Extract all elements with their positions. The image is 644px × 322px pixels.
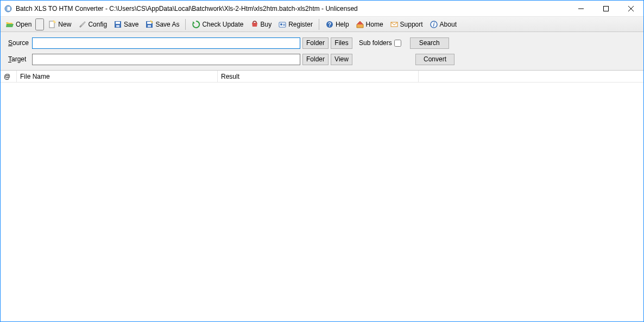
grid-body[interactable] bbox=[1, 83, 643, 321]
open-dropdown[interactable] bbox=[35, 18, 44, 30]
buy-icon bbox=[250, 20, 259, 29]
grid-header: @ File Name Result bbox=[1, 71, 643, 83]
target-row: Target Folder View Convert bbox=[8, 53, 638, 66]
svg-text:?: ? bbox=[328, 22, 331, 28]
source-label: Source bbox=[8, 39, 30, 47]
close-button[interactable] bbox=[618, 1, 643, 16]
svg-rect-3 bbox=[604, 6, 609, 11]
help-icon: ? bbox=[325, 20, 334, 29]
source-input[interactable] bbox=[32, 37, 300, 49]
save-icon bbox=[113, 20, 122, 29]
help-button[interactable]: ? Help bbox=[323, 18, 352, 30]
sub-folders-checkbox[interactable]: Sub folders bbox=[359, 39, 401, 47]
source-files-button[interactable]: Files bbox=[331, 37, 352, 49]
column-file-name[interactable]: File Name bbox=[17, 71, 218, 82]
support-icon bbox=[390, 20, 399, 29]
titlebar: Batch XLS TO HTM Converter - C:\Users\CS… bbox=[1, 1, 643, 17]
app-icon bbox=[4, 4, 12, 13]
window-title: Batch XLS TO HTM Converter - C:\Users\CS… bbox=[16, 5, 569, 12]
buy-button[interactable]: Buy bbox=[248, 18, 275, 30]
home-button[interactable]: Home bbox=[353, 18, 386, 30]
svg-rect-10 bbox=[116, 25, 119, 27]
support-button[interactable]: Support bbox=[387, 18, 426, 30]
view-button[interactable]: View bbox=[331, 54, 352, 65]
source-row: Source Folder Files Sub folders Search bbox=[8, 36, 638, 49]
folder-open-icon bbox=[5, 20, 14, 29]
new-button[interactable]: New bbox=[45, 18, 74, 30]
svg-rect-14 bbox=[279, 22, 286, 27]
home-icon bbox=[356, 20, 364, 29]
svg-rect-12 bbox=[147, 22, 151, 24]
update-icon bbox=[192, 20, 200, 29]
svg-rect-13 bbox=[148, 25, 151, 27]
search-button[interactable]: Search bbox=[410, 37, 449, 49]
register-icon bbox=[278, 20, 287, 29]
new-file-icon bbox=[48, 20, 56, 29]
svg-rect-17 bbox=[283, 25, 285, 26]
toolbar-separator bbox=[185, 19, 186, 30]
svg-rect-9 bbox=[116, 22, 120, 24]
svg-rect-1 bbox=[7, 7, 10, 11]
config-icon bbox=[78, 20, 86, 29]
minimize-button[interactable] bbox=[569, 1, 594, 16]
target-folder-button[interactable]: Folder bbox=[302, 54, 329, 65]
target-input[interactable] bbox=[32, 54, 300, 65]
column-at[interactable]: @ bbox=[1, 71, 17, 82]
about-icon: i bbox=[430, 20, 438, 29]
source-folder-button[interactable]: Folder bbox=[302, 37, 329, 49]
toolbar: Open New Config Save Save As Check Updat… bbox=[1, 17, 643, 32]
config-button[interactable]: Config bbox=[75, 18, 110, 30]
convert-button[interactable]: Convert bbox=[415, 54, 454, 65]
svg-point-7 bbox=[53, 21, 55, 23]
save-as-icon bbox=[145, 20, 154, 29]
save-button[interactable]: Save bbox=[111, 18, 141, 30]
column-result[interactable]: Result bbox=[218, 71, 419, 82]
maximize-button[interactable] bbox=[594, 1, 618, 16]
target-label: Target bbox=[8, 55, 30, 63]
app-window: Batch XLS TO HTM Converter - C:\Users\CS… bbox=[0, 0, 644, 322]
register-button[interactable]: Register bbox=[275, 18, 315, 30]
io-panel: Source Folder Files Sub folders Search T… bbox=[1, 32, 643, 71]
svg-point-15 bbox=[280, 23, 282, 26]
open-button[interactable]: Open bbox=[3, 18, 34, 30]
svg-rect-16 bbox=[283, 24, 285, 24]
svg-text:i: i bbox=[433, 22, 434, 28]
check-update-button[interactable]: Check Update bbox=[189, 18, 246, 30]
sub-folders-check-input[interactable] bbox=[394, 40, 401, 47]
about-button[interactable]: i About bbox=[427, 18, 459, 30]
window-controls bbox=[569, 1, 643, 16]
save-as-button[interactable]: Save As bbox=[142, 18, 182, 30]
toolbar-separator bbox=[319, 19, 319, 30]
